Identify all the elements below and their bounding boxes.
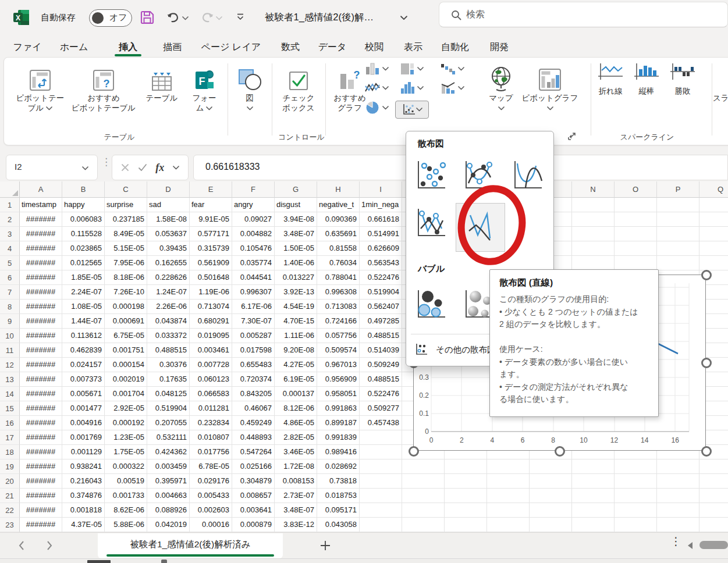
cell-F10[interactable]: 0.005287 [232, 329, 275, 343]
cell-D10[interactable]: 0.033372 [147, 329, 190, 343]
row-number-7[interactable]: 7 [0, 285, 20, 300]
cell-F1[interactable]: angry [232, 198, 275, 212]
cell-H16[interactable]: 0.899187 [317, 416, 360, 430]
row-number-9[interactable]: 9 [0, 314, 20, 329]
cell-Q23[interactable] [699, 518, 728, 532]
cell-E2[interactable]: 9.91E-05 [190, 212, 232, 227]
row-number-4[interactable]: 4 [0, 241, 20, 256]
row-number-23[interactable]: 23 [0, 518, 20, 532]
enter-check-icon[interactable] [138, 163, 147, 172]
cell-C7[interactable]: 7.26E-10 [105, 285, 147, 300]
cell-E3[interactable]: 0.577171 [190, 227, 232, 241]
cell-H6[interactable]: 0.788041 [317, 270, 360, 285]
undo-chevron-icon[interactable] [182, 16, 189, 20]
cell-A11[interactable]: ####### [20, 343, 62, 358]
cell-P1[interactable] [657, 198, 699, 212]
cell-G23[interactable]: 3.83E-12 [275, 518, 317, 532]
cell-M19[interactable] [530, 459, 572, 474]
cell-A23[interactable]: ####### [20, 518, 62, 532]
cell-B6[interactable]: 1.85E-05 [62, 270, 105, 285]
insert-column-chart-button[interactable] [365, 62, 389, 75]
cell-N20[interactable] [572, 474, 615, 489]
row-number-1[interactable]: 1 [0, 198, 20, 212]
cell-A12[interactable]: ####### [20, 358, 62, 372]
insert-statistic-chart-button[interactable] [400, 81, 424, 94]
cell-O3[interactable] [615, 227, 657, 241]
cell-B23[interactable]: 4.37E-05 [62, 518, 105, 532]
cell-M23[interactable] [530, 518, 572, 532]
cell-N5[interactable] [572, 256, 615, 270]
row-number-22[interactable]: 22 [0, 503, 20, 518]
cell-A5[interactable]: ####### [20, 256, 62, 270]
cell-H10[interactable]: 0.057756 [317, 329, 360, 343]
row-number-16[interactable]: 16 [0, 416, 20, 430]
name-box-chevron-icon[interactable] [82, 166, 88, 170]
cell-P21[interactable] [657, 489, 699, 503]
cell-C18[interactable]: 1.75E-05 [105, 445, 147, 459]
cell-A10[interactable]: ####### [20, 329, 62, 343]
menu-item-scatter-smooth[interactable] [509, 158, 545, 194]
sparkline-column-button[interactable]: 縦棒 [630, 62, 663, 97]
cell-I18[interactable] [360, 445, 402, 459]
column-header-A[interactable]: A [20, 181, 62, 198]
cell-D6[interactable]: 0.228626 [147, 270, 190, 285]
autosave-toggle[interactable]: オフ [89, 9, 132, 27]
cell-C19[interactable]: 0.000322 [105, 459, 147, 474]
cell-D17[interactable]: 0.532111 [147, 430, 190, 445]
cell-E10[interactable]: 0.019095 [190, 329, 232, 343]
cell-C1[interactable]: surprise [105, 198, 147, 212]
cell-B7[interactable]: 2.24E-07 [62, 285, 105, 300]
cell-A1[interactable]: timestamp [20, 198, 62, 212]
cell-C20[interactable]: 0.00519 [105, 474, 147, 489]
cell-A8[interactable]: ####### [20, 300, 62, 314]
cell-Q20[interactable] [699, 474, 728, 489]
column-header-E[interactable]: E [190, 181, 232, 198]
cell-G5[interactable]: 1.40E-06 [275, 256, 317, 270]
cell-I21[interactable] [360, 489, 402, 503]
cell-C12[interactable]: 0.000154 [105, 358, 147, 372]
recommended-pivot-button[interactable]: ? おすすめ ピボットテーブル [69, 61, 138, 113]
cell-H19[interactable]: 0.028692 [317, 459, 360, 474]
filename-chevron-icon[interactable] [400, 16, 407, 20]
insert-pie-chart-button[interactable] [365, 101, 389, 115]
cell-Q19[interactable] [699, 459, 728, 474]
cell-P3[interactable] [657, 227, 699, 241]
row-number-19[interactable]: 19 [0, 459, 20, 474]
cell-M20[interactable] [530, 474, 572, 489]
chart-handle-bottom-mid[interactable] [555, 446, 565, 457]
cell-I17[interactable] [360, 430, 402, 445]
column-header-Q[interactable]: Q [699, 181, 728, 198]
cell-L22[interactable] [487, 503, 530, 518]
cell-F21[interactable]: 0.008657 [232, 489, 275, 503]
cell-K19[interactable] [445, 459, 487, 474]
cell-D23[interactable]: 0.042019 [147, 518, 190, 532]
cell-I12[interactable]: 0.509249 [360, 358, 402, 372]
customize-toolbar-icon[interactable] [236, 13, 244, 21]
cell-I15[interactable]: 0.509277 [360, 401, 402, 416]
cell-A3[interactable]: ####### [20, 227, 62, 241]
insert-waterfall-chart-button[interactable] [441, 62, 464, 75]
cell-F3[interactable]: 0.004882 [232, 227, 275, 241]
tab-automate[interactable]: 自動化 [436, 38, 474, 56]
row-number-20[interactable]: 20 [0, 474, 20, 489]
cell-E18[interactable]: 0.017756 [190, 445, 232, 459]
cell-G15[interactable]: 8.12E-06 [275, 401, 317, 416]
tab-developer[interactable]: 開発 [484, 38, 514, 56]
column-header-D[interactable]: D [147, 181, 190, 198]
cell-G17[interactable]: 2.82E-05 [275, 430, 317, 445]
row-number-3[interactable]: 3 [0, 227, 20, 241]
cell-H13[interactable]: 0.956909 [317, 372, 360, 387]
tab-file[interactable]: ファイル [10, 38, 44, 56]
cell-H8[interactable]: 0.713083 [317, 300, 360, 314]
cell-F12[interactable]: 0.655483 [232, 358, 275, 372]
table-button[interactable]: テーブル [139, 61, 184, 104]
cell-E5[interactable]: 0.561909 [190, 256, 232, 270]
column-header-O[interactable]: O [615, 181, 657, 198]
tab-page-layout[interactable]: ページ レイアウト [200, 38, 262, 56]
cell-D16[interactable]: 0.207055 [147, 416, 190, 430]
cell-P22[interactable] [657, 503, 699, 518]
cell-J22[interactable] [402, 503, 445, 518]
cell-N4[interactable] [572, 241, 615, 256]
cell-C13[interactable]: 0.002019 [105, 372, 147, 387]
cell-A2[interactable]: ####### [20, 212, 62, 227]
